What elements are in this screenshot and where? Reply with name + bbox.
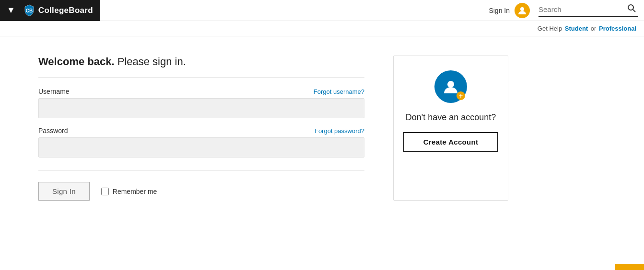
plus-badge: +: [457, 91, 465, 100]
form-section: Welcome back. Please sign in. Username F…: [38, 56, 364, 201]
remember-me-label: Remember me: [113, 188, 157, 195]
user-plus-icon: [442, 78, 459, 95]
yellow-accent-bar: [615, 264, 644, 270]
create-account-button[interactable]: Create Account: [403, 132, 498, 152]
remember-me-row: Remember me: [101, 188, 157, 195]
svg-point-4: [447, 81, 454, 88]
forgot-password-link[interactable]: Forgot password?: [315, 127, 364, 135]
navbar-left: ▼ CB CollegeBoard: [0, 0, 100, 21]
user-avatar-icon[interactable]: [515, 3, 530, 18]
chevron-down-icon: ▼: [7, 5, 15, 15]
logo-text: CollegeBoard: [38, 6, 93, 15]
username-label: Username: [38, 88, 70, 95]
bottom-divider: [38, 170, 364, 170]
college-board-logo: CB CollegeBoard: [22, 0, 100, 21]
search-input[interactable]: [539, 5, 625, 13]
professional-help-link[interactable]: Professional: [599, 25, 636, 32]
search-icon: [627, 3, 636, 13]
get-help-text: Get Help: [538, 25, 562, 32]
search-button[interactable]: [625, 3, 638, 15]
signin-button[interactable]: Sign In: [38, 182, 90, 201]
no-account-text: Don't have an account?: [406, 112, 496, 124]
username-field-row: Username Forgot username?: [38, 88, 364, 95]
svg-text:CB: CB: [26, 8, 33, 13]
username-input[interactable]: [38, 98, 364, 118]
navbar: ▼ CB CollegeBoard Sign In: [0, 0, 644, 21]
subbar: Get Help Student or Professional: [0, 21, 644, 36]
main-content: Welcome back. Please sign in. Username F…: [0, 36, 644, 220]
nav-dropdown-button[interactable]: ▼: [0, 0, 22, 21]
password-input[interactable]: [38, 137, 364, 158]
actions-row: Sign In Remember me: [38, 182, 364, 201]
create-account-card: + Don't have an account? Create Account: [393, 56, 508, 201]
welcome-bold: Welcome back.: [38, 56, 115, 68]
svg-point-1: [520, 7, 524, 11]
password-label: Password: [38, 127, 68, 135]
svg-line-3: [633, 10, 635, 12]
or-separator: or: [591, 25, 597, 32]
password-field-row: Password Forgot password?: [38, 127, 364, 135]
svg-point-2: [628, 5, 633, 10]
welcome-title: Welcome back. Please sign in.: [38, 56, 364, 68]
top-divider: [38, 78, 364, 78]
shield-icon: CB: [24, 4, 35, 17]
user-icon: [518, 6, 527, 15]
search-bar: [539, 3, 638, 17]
forgot-username-link[interactable]: Forgot username?: [314, 88, 364, 95]
remember-me-checkbox[interactable]: [101, 188, 109, 195]
welcome-rest: Please sign in.: [115, 56, 186, 68]
student-help-link[interactable]: Student: [565, 25, 588, 32]
signin-nav-link[interactable]: Sign In: [489, 7, 510, 14]
navbar-right: Sign In: [489, 3, 638, 18]
create-account-icon: +: [434, 70, 467, 103]
